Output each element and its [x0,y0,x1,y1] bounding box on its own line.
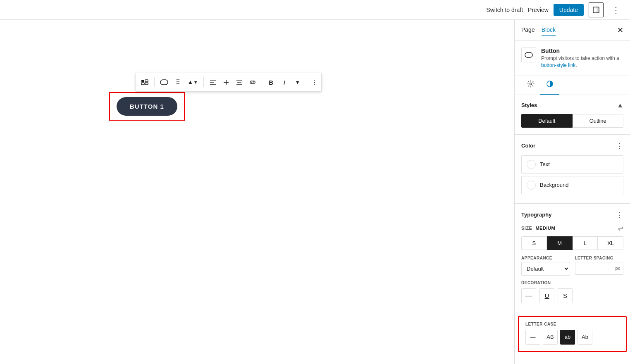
italic-button[interactable]: I [278,75,291,90]
underline-button[interactable]: U [539,288,554,303]
more-text-options-button[interactable]: ▾ [291,75,304,90]
canvas-inner: ⠿ ▲ ▼ [0,20,514,364]
update-button[interactable]: Update [554,4,584,16]
drag-handle-button[interactable]: ⠿ [171,75,184,90]
style-outline-button[interactable]: Outline [573,114,624,128]
transform-block-button[interactable] [138,75,152,90]
size-s-button[interactable]: S [521,236,547,250]
color-more-button[interactable]: ⋮ [616,141,623,150]
toolbar-group-text: B I ▾ [263,75,306,90]
svg-rect-2 [141,80,144,82]
toolbar-separator-3 [262,77,262,87]
toolbar-separator-2 [203,77,204,87]
link-icon [249,80,256,85]
styles-section-title: Styles [521,102,537,108]
top-bar: Switch to draft Preview Update ⋮ [0,0,630,20]
half-circle-icon [546,80,554,88]
color-text-row[interactable]: Text [521,155,623,174]
button-style-button[interactable] [157,75,171,90]
size-row: SIZE MEDIUM ⇌ [521,224,623,232]
lc-lower-button[interactable]: ab [560,330,575,345]
color-text-swatch [527,160,536,169]
color-section-title: Color [521,143,535,149]
style-buttons: Default Outline [521,114,623,128]
toolbar-group-transform [136,75,153,90]
settings-tab-button[interactable] [521,76,540,95]
svg-rect-5 [145,83,148,85]
appearance-label: APPEARANCE [521,256,570,260]
block-toolbar: ⠿ ▲ ▼ [136,73,322,92]
main-layout: ⠿ ▲ ▼ [0,20,630,364]
styles-section: Styles ▲ Default Outline [515,95,630,135]
toolbar-separator [154,77,155,87]
svg-rect-1 [597,7,599,13]
color-background-row[interactable]: Background [521,176,623,194]
block-title: Button [541,48,623,54]
chevron-down-icon: ▼ [193,81,198,84]
style-default-button[interactable]: Default [521,114,573,128]
block-description: Prompt visitors to take action with a bu… [541,55,623,69]
styles-tab-button[interactable] [540,76,559,95]
letter-case-section: LETTER CASE — AB ab Ab [518,316,627,352]
letter-spacing-suffix: px [615,266,620,271]
appearance-row: APPEARANCE Default LETTER SPACING px [521,256,623,276]
color-section-header: Color ⋮ [521,141,623,150]
panel-tabs: Page Block [521,25,556,36]
strikethrough2-button[interactable]: S [558,288,573,303]
lc-capitalize-button[interactable]: Ab [578,330,592,345]
color-section: Color ⋮ Text Background [515,135,630,204]
decoration-buttons: — U S [521,288,623,303]
right-panel: Page Block ✕ Button Prompt visitors to t… [514,20,630,364]
svg-point-16 [530,83,532,85]
preview-button[interactable]: Preview [528,7,549,13]
letter-case-label: LETTER CASE [525,322,619,326]
panel-header: Page Block ✕ [515,20,630,41]
gear-icon [527,80,535,88]
size-m-button[interactable]: M [547,236,573,250]
toolbar-separator-4 [307,77,307,87]
align-left-button[interactable] [206,75,220,90]
svg-rect-3 [145,80,148,82]
toolbar-group-format [205,75,261,90]
canvas-area: ⠿ ▲ ▼ [0,20,514,364]
move-up-down-button[interactable]: ▲ ▼ [184,75,201,90]
block-more-button[interactable]: ⋮ [308,75,321,90]
lc-none-button[interactable]: — [525,330,540,345]
appearance-select[interactable]: Default [521,262,570,276]
color-text-label: Text [540,161,550,167]
button-icon [160,79,168,85]
size-buttons: S M L XL [521,236,623,250]
typography-section-title: Typography [521,212,551,218]
transform-icon [141,78,149,86]
block-icon [521,48,536,62]
styles-toggle-button[interactable]: ▲ [617,102,623,109]
more-options-button[interactable]: ⋮ [609,3,623,17]
size-xl-button[interactable]: XL [598,236,623,250]
layout-icon [592,6,600,14]
panel-close-button[interactable]: ✕ [617,26,623,35]
chevron-up-icon: ▲ [187,80,193,85]
letter-spacing-col: LETTER SPACING px [575,256,624,276]
view-toggle-button[interactable] [589,2,604,17]
block-desc-link[interactable]: button-style link [541,62,575,68]
tab-page[interactable]: Page [521,25,535,36]
strikethrough-button[interactable]: — [521,288,536,303]
link-button[interactable] [246,75,259,90]
svg-rect-4 [141,83,144,85]
tab-block[interactable]: Block [542,25,556,36]
plus-icon [223,79,229,86]
bold-button[interactable]: B [265,75,278,90]
typography-more-button[interactable]: ⋮ [616,210,623,219]
button-block[interactable]: BUTTON 1 [117,97,177,116]
block-info: Button Prompt visitors to take action wi… [515,41,630,76]
toolbar-group-main: ⠿ ▲ ▼ [155,75,203,90]
size-l-button[interactable]: L [573,236,598,250]
styles-section-header: Styles ▲ [521,102,623,109]
switch-to-draft-button[interactable]: Switch to draft [486,7,523,13]
filter-icon[interactable]: ⇌ [618,224,623,232]
button-block-wrapper: BUTTON 1 [109,92,185,121]
insert-button[interactable] [220,75,233,90]
align-center-button[interactable] [233,75,246,90]
lc-upper-button[interactable]: AB [543,330,558,345]
letter-spacing-input-wrap: px [575,262,624,275]
